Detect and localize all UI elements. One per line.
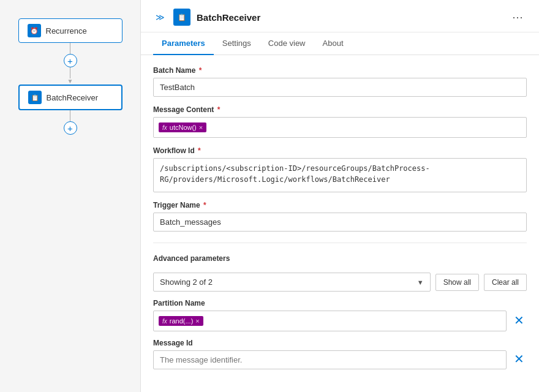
more-options-button[interactable]: ⋯: [508, 9, 527, 25]
batch-name-input[interactable]: [153, 78, 527, 97]
collapse-button[interactable]: ≫: [153, 11, 167, 23]
workflow-id-input[interactable]: /subscriptions/<subscription-ID>/resourc…: [153, 158, 527, 192]
advanced-dropdown-value: Showing 2 of 2: [160, 277, 213, 287]
panel-header-left: ≫ 📋 BatchReceiver: [153, 9, 260, 26]
message-content-label: Message Content *: [153, 105, 527, 114]
batch-name-group: Batch Name *: [153, 66, 527, 97]
message-id-group: Message Id: [153, 339, 507, 369]
rand-token-text: rand(...): [170, 317, 194, 325]
advanced-parameters-section: Advanced parameters Showing 2 of 2 ▼ Sho…: [153, 254, 527, 369]
trigger-name-group: Trigger Name *: [153, 201, 527, 232]
tabs-bar: Parameters Settings Code view About: [141, 32, 539, 55]
recurrence-label: Recurrence: [46, 26, 87, 36]
right-panel: ≫ 📋 BatchReceiver ⋯ Parameters Settings …: [141, 0, 539, 392]
message-content-group: Message Content * fx utcNow() ×: [153, 105, 527, 138]
chevron-down-icon: ▼: [417, 279, 424, 286]
batch-receiver-node[interactable]: 📋 BatchReceiver: [18, 85, 123, 110]
batch-name-label: Batch Name *: [153, 66, 527, 75]
flow-line-3: [70, 110, 71, 121]
tab-code-view[interactable]: Code view: [260, 32, 314, 55]
message-id-label: Message Id: [153, 339, 507, 347]
partition-name-label: Partition Name: [153, 299, 507, 307]
advanced-dropdown-row: Showing 2 of 2 ▼ Show all Clear all: [153, 273, 527, 292]
trigger-name-label: Trigger Name *: [153, 201, 527, 209]
tab-parameters[interactable]: Parameters: [153, 32, 214, 55]
message-content-token-field[interactable]: fx utcNow() ×: [153, 117, 527, 138]
panel-header: ≫ 📋 BatchReceiver ⋯: [141, 0, 539, 32]
partition-name-row: Partition Name fx rand(...) × ✕: [153, 299, 527, 331]
flow-line-1: [70, 43, 71, 54]
tab-about[interactable]: About: [314, 32, 352, 55]
advanced-parameters-label: Advanced parameters: [153, 254, 527, 263]
flow-line-2: [70, 67, 71, 78]
batch-receiver-icon: 📋: [28, 91, 42, 104]
partition-name-token-field[interactable]: fx rand(...) ×: [153, 311, 507, 331]
show-all-button[interactable]: Show all: [435, 274, 479, 291]
message-id-row: Message Id ✕: [153, 339, 527, 369]
form-area: Batch Name * Message Content * fx utcNow…: [141, 55, 539, 380]
utcnow-token-text: utcNow(): [170, 124, 197, 131]
connector-1: + ▼: [64, 43, 77, 85]
partition-remove-button[interactable]: ✕: [511, 311, 527, 330]
tab-settings[interactable]: Settings: [214, 32, 260, 55]
utcnow-token-close[interactable]: ×: [199, 124, 203, 131]
recurrence-icon: ⏰: [28, 24, 41, 37]
rand-token-close[interactable]: ×: [195, 317, 199, 325]
rand-token[interactable]: fx rand(...) ×: [159, 316, 203, 326]
fx-icon-rand: fx: [162, 318, 167, 325]
clear-all-button[interactable]: Clear all: [484, 274, 527, 291]
connector-2: +: [64, 110, 77, 135]
message-id-input[interactable]: [153, 350, 507, 369]
workflow-left-panel: ⏰ Recurrence + ▼ 📋 BatchReceiver +: [0, 0, 141, 392]
message-id-remove-button[interactable]: ✕: [511, 349, 527, 369]
workflow-id-label: Workflow Id *: [153, 146, 527, 155]
flow-arrow-1: ▼: [67, 78, 74, 85]
advanced-dropdown[interactable]: Showing 2 of 2 ▼: [153, 273, 431, 292]
partition-name-group: Partition Name fx rand(...) ×: [153, 299, 507, 331]
workflow-id-group: Workflow Id * /subscriptions/<subscripti…: [153, 146, 527, 192]
section-divider: [153, 243, 527, 243]
batch-receiver-label: BatchReceiver: [47, 93, 99, 102]
panel-title: BatchReceiver: [197, 12, 260, 23]
fx-icon-utcnow: fx: [162, 124, 167, 131]
add-step-btn-2[interactable]: +: [64, 121, 77, 135]
recurrence-node[interactable]: ⏰ Recurrence: [18, 18, 123, 43]
panel-title-icon: 📋: [173, 9, 190, 26]
trigger-name-input[interactable]: [153, 213, 527, 232]
add-step-btn-1[interactable]: +: [64, 54, 77, 67]
utcnow-token[interactable]: fx utcNow() ×: [159, 123, 206, 132]
